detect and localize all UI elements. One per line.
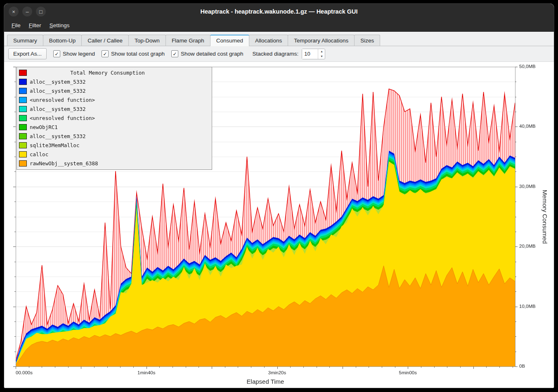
checkbox-checked-icon: ✓ (53, 50, 60, 57)
legend-swatch (19, 97, 27, 103)
checkbox-checked-icon: ✓ (171, 50, 178, 57)
show-legend-label: Show legend (63, 51, 95, 57)
maximize-button[interactable]: □ (36, 7, 46, 16)
show-total-cost-label: Show total cost graph (111, 51, 165, 57)
memory-consumption-chart: Total Memory Consumption alloc__system_5… (4, 61, 554, 388)
legend-item: sqlite3MemMalloc (18, 141, 210, 150)
legend-swatch (19, 115, 27, 121)
legend-swatch (19, 151, 27, 157)
legend-label: newObjRC1 (30, 124, 58, 130)
legend-swatch (19, 79, 27, 85)
x-tick-label: 00.000s (16, 370, 33, 375)
tab-flame-graph[interactable]: Flame Graph (166, 35, 210, 46)
legend-label: <unresolved function> (30, 115, 95, 121)
tab-sizes[interactable]: Sizes (354, 35, 380, 46)
minimize-icon: – (26, 9, 28, 14)
y-tick-label: 40,0MB (519, 124, 536, 129)
export-as-button[interactable]: Export As... (8, 48, 47, 59)
minimize-button[interactable]: – (22, 7, 32, 16)
close-icon: × (12, 9, 15, 14)
show-detailed-cost-label: Show detailed cost graph (181, 51, 244, 57)
checkbox-checked-icon: ✓ (102, 50, 109, 57)
tab-caller-callee[interactable]: Caller / Callee (81, 35, 129, 46)
legend-label: alloc__system_5332 (30, 106, 85, 112)
y-tick-label: 0B (519, 364, 525, 369)
show-detailed-cost-checkbox[interactable]: ✓ Show detailed cost graph (171, 50, 244, 57)
legend-swatch (19, 124, 27, 130)
menu-file[interactable]: File (7, 20, 25, 31)
titlebar: × – □ Heaptrack - heaptrack.wakunode.1.g… (4, 4, 554, 19)
y-tick-label: 20,0MB (519, 244, 536, 249)
x-tick-label: 1min40s (137, 370, 155, 375)
legend-item: alloc__system_5332 (18, 77, 210, 86)
y-tick-label: 10,0MB (519, 304, 536, 309)
stacked-diagrams-input[interactable] (302, 49, 318, 59)
legend-item: alloc__system_5332 (18, 104, 210, 113)
tab-consumed[interactable]: Consumed (210, 35, 249, 46)
legend-item: alloc__system_5332 (18, 86, 210, 95)
close-button[interactable]: × (9, 7, 19, 16)
legend-label: rawNewObj__system_6388 (30, 160, 98, 167)
legend-swatch (19, 88, 27, 94)
legend-item: newObjRC1 (18, 122, 210, 131)
stepper-arrows: ▲ ▼ (318, 49, 325, 59)
legend-item: <unresolved function> (18, 113, 210, 122)
stepper-up-icon[interactable]: ▲ (318, 49, 325, 54)
legend-swatch (19, 142, 27, 148)
x-axis-title: Elapsed Time (247, 378, 284, 385)
stacked-diagrams-label: Stacked diagrams: (253, 51, 299, 57)
legend-label: <unresolved function> (30, 97, 95, 103)
y-tick-label: 50,0MB (519, 64, 536, 69)
x-tick-label: 5min00s (399, 370, 417, 375)
y-axis-title: Memory Consumed (541, 190, 549, 244)
legend-label: calloc (30, 151, 48, 157)
legend-item: calloc (18, 150, 210, 159)
tab-allocations[interactable]: Allocations (249, 35, 288, 46)
chart-legend: Total Memory Consumption alloc__system_5… (17, 67, 212, 170)
tab-top-down[interactable]: Top-Down (128, 35, 166, 46)
window-title: Heaptrack - heaptrack.wakunode.1.gz — He… (4, 8, 554, 15)
menu-settings[interactable]: Settings (45, 20, 74, 31)
maximize-icon: □ (39, 9, 43, 14)
menubar: File Filter Settings (4, 19, 554, 32)
toolbar: Export As... ✓ Show legend ✓ Show total … (4, 46, 554, 61)
legend-item: rawNewObj__system_6388 (18, 159, 210, 168)
stacked-diagrams-stepper[interactable]: ▲ ▼ (302, 49, 325, 59)
legend-title: Total Memory Consumption (30, 70, 210, 76)
legend-item: alloc__system_5332 (18, 131, 210, 141)
legend-swatch (19, 133, 27, 139)
legend-label: sqlite3MemMalloc (30, 142, 79, 148)
menu-filter[interactable]: Filter (25, 20, 45, 31)
legend-swatch-total (19, 70, 27, 76)
tab-temporary-allocations[interactable]: Temporary Allocations (288, 35, 355, 46)
tab-bar: SummaryBottom-UpCaller / CalleeTop-DownF… (4, 32, 554, 46)
tab-bottom-up[interactable]: Bottom-Up (43, 35, 82, 46)
x-tick-label: 3min20s (268, 370, 286, 375)
legend-item: <unresolved function> (18, 95, 210, 104)
legend-swatch (19, 160, 27, 167)
legend-items: alloc__system_5332alloc__system_5332<unr… (18, 77, 210, 168)
legend-label: alloc__system_5332 (30, 133, 85, 139)
stepper-down-icon[interactable]: ▼ (318, 54, 325, 59)
legend-title-row: Total Memory Consumption (18, 68, 210, 77)
tab-summary[interactable]: Summary (7, 35, 43, 46)
legend-label: alloc__system_5332 (30, 79, 85, 85)
app-window: × – □ Heaptrack - heaptrack.wakunode.1.g… (4, 3, 554, 388)
legend-label: alloc__system_5332 (30, 88, 85, 94)
show-total-cost-checkbox[interactable]: ✓ Show total cost graph (102, 50, 165, 57)
legend-swatch (19, 106, 27, 112)
y-tick-label: 30,0MB (519, 184, 536, 189)
window-controls: × – □ (4, 7, 46, 16)
show-legend-checkbox[interactable]: ✓ Show legend (53, 50, 95, 57)
